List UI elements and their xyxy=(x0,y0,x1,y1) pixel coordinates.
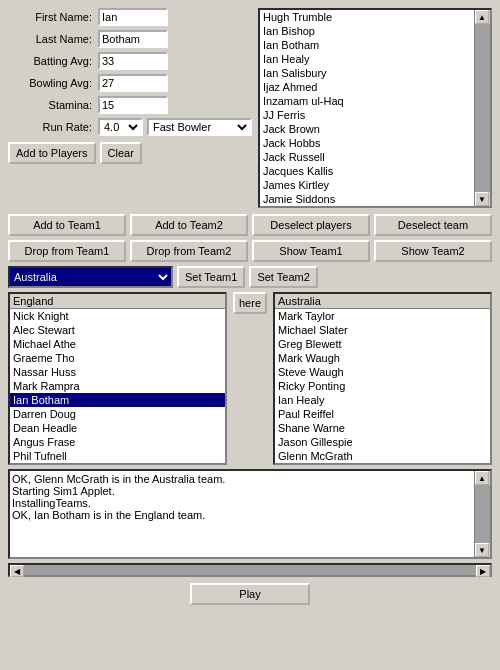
main-container: First Name: Last Name: Batting Avg: Bowl… xyxy=(0,0,500,613)
bowler-type-select[interactable]: Fast BowlerMedium BowlerSlow Bowler xyxy=(147,118,252,136)
team2-name: Australia xyxy=(278,295,321,307)
first-name-label: First Name: xyxy=(8,11,98,23)
team2-panel: Australia Mark TaylorMichael SlaterGreg … xyxy=(273,292,492,465)
add-to-team1-button[interactable]: Add to Team1 xyxy=(8,214,126,236)
player-item[interactable]: Hugh Trumble xyxy=(260,10,474,24)
team2-player-item[interactable]: Mark Taylor xyxy=(275,309,490,323)
log-scroll-down[interactable]: ▼ xyxy=(475,543,489,557)
first-name-input[interactable] xyxy=(98,8,168,26)
stamina-label: Stamina: xyxy=(8,99,98,111)
run-rate-row: Run Rate: 4.04.55.0 Fast BowlerMedium Bo… xyxy=(8,118,252,136)
player-item[interactable]: Ian Salisbury xyxy=(260,66,474,80)
team1-player-item[interactable]: Mark Rampra xyxy=(10,379,225,393)
last-name-input[interactable] xyxy=(98,30,168,48)
drop-from-team1-button[interactable]: Drop from Team1 xyxy=(8,240,126,262)
team1-list: Nick KnightAlec StewartMichael AtheGraem… xyxy=(10,309,225,463)
deselect-players-button[interactable]: Deselect players xyxy=(252,214,370,236)
stamina-row: Stamina: xyxy=(8,96,252,114)
team1-player-item[interactable]: Ian Botham xyxy=(10,393,225,407)
log-scrollbar[interactable]: ▲ ▼ xyxy=(474,471,490,557)
scroll-up-arrow[interactable]: ▲ xyxy=(475,10,489,24)
log-scroll-up[interactable]: ▲ xyxy=(475,471,489,485)
play-button[interactable]: Play xyxy=(190,583,310,605)
country-row: AustraliaIndiaZimbabweWest IndiesSouth A… xyxy=(8,266,492,288)
player-item[interactable]: Ian Bishop xyxy=(260,24,474,38)
add-to-players-button[interactable]: Add to Players xyxy=(8,142,96,164)
last-name-row: Last Name: xyxy=(8,30,252,48)
set-team2-button[interactable]: Set Team2 xyxy=(249,266,317,288)
team2-list: Mark TaylorMichael SlaterGreg BlewettMar… xyxy=(275,309,490,463)
team1-player-item[interactable]: Alec Stewart xyxy=(10,323,225,337)
batting-avg-row: Batting Avg: xyxy=(8,52,252,70)
scroll-track xyxy=(475,24,490,192)
players-list-panel: Hugh TrumbleIan BishopIan BothamIan Heal… xyxy=(258,8,492,208)
team2-player-item[interactable]: Greg Blewett xyxy=(275,337,490,351)
player-item[interactable]: Ijaz Ahmed xyxy=(260,80,474,94)
set-team1-button[interactable]: Set Team1 xyxy=(177,266,245,288)
scroll-down-arrow[interactable]: ▼ xyxy=(475,192,489,206)
player-item[interactable]: Jacques Kallis xyxy=(260,164,474,178)
team2-player-item[interactable]: Ian Healy xyxy=(275,393,490,407)
drop-from-team2-button[interactable]: Drop from Team2 xyxy=(130,240,248,262)
log-scroll-right[interactable]: ▶ xyxy=(476,565,490,577)
add-clear-buttons: Add to Players Clear xyxy=(8,142,252,164)
team2-player-item[interactable]: Mark Waugh xyxy=(275,351,490,365)
player-item[interactable]: Jack Hobbs xyxy=(260,136,474,150)
player-item[interactable]: Jamie Siddons xyxy=(260,192,474,206)
team1-header: England xyxy=(10,294,225,309)
here-button[interactable]: here xyxy=(233,292,267,314)
top-section: First Name: Last Name: Batting Avg: Bowl… xyxy=(8,8,492,208)
bowling-avg-row: Bowling Avg: xyxy=(8,74,252,92)
team2-player-item[interactable]: Shane Warne xyxy=(275,421,490,435)
team1-player-item[interactable]: Nassar Huss xyxy=(10,365,225,379)
log-wrapper: OK, Glenn McGrath is in the Australia te… xyxy=(8,469,492,559)
team2-player-item[interactable]: Paul Reiffel xyxy=(275,407,490,421)
team2-player-item[interactable]: Ricky Ponting xyxy=(275,379,490,393)
player-item[interactable]: Inzamam ul-Haq xyxy=(260,94,474,108)
team1-player-item[interactable]: Darren Doug xyxy=(10,407,225,421)
run-rate-select[interactable]: 4.04.55.0 xyxy=(98,118,143,136)
team1-player-item[interactable]: Nick Knight xyxy=(10,309,225,323)
team1-player-item[interactable]: Phil Tufnell xyxy=(10,449,225,463)
player-item[interactable]: James Kirtley xyxy=(260,178,474,192)
log-text: OK, Glenn McGrath is in the Australia te… xyxy=(10,471,474,557)
show-team2-button[interactable]: Show Team2 xyxy=(374,240,492,262)
player-item[interactable]: Jack Brown xyxy=(260,122,474,136)
bowling-avg-input[interactable] xyxy=(98,74,168,92)
log-scroll-left[interactable]: ◀ xyxy=(10,565,24,577)
team2-player-item[interactable]: Jason Gillespie xyxy=(275,435,490,449)
team1-panel: England Nick KnightAlec StewartMichael A… xyxy=(8,292,227,465)
team1-player-item[interactable]: Michael Athe xyxy=(10,337,225,351)
team1-player-item[interactable]: Dean Headle xyxy=(10,421,225,435)
team1-player-item[interactable]: Angus Frase xyxy=(10,435,225,449)
country-select[interactable]: AustraliaIndiaZimbabweWest IndiesSouth A… xyxy=(8,266,173,288)
team1-name: England xyxy=(13,295,53,307)
form-panel: First Name: Last Name: Batting Avg: Bowl… xyxy=(8,8,252,208)
player-item[interactable]: Ian Botham xyxy=(260,38,474,52)
player-item[interactable]: Ian Healy xyxy=(260,52,474,66)
player-item[interactable]: JJ Ferris xyxy=(260,108,474,122)
players-scrollbar[interactable]: ▲ ▼ xyxy=(474,10,490,206)
add-to-team2-button[interactable]: Add to Team2 xyxy=(130,214,248,236)
team2-header: Australia xyxy=(275,294,490,309)
last-name-label: Last Name: xyxy=(8,33,98,45)
team1-player-item[interactable]: Graeme Tho xyxy=(10,351,225,365)
team2-player-item[interactable]: Michael Slater xyxy=(275,323,490,337)
log-hscrollbar[interactable]: ◀ ▶ xyxy=(8,563,492,577)
team2-player-item[interactable]: Steve Waugh xyxy=(275,365,490,379)
clear-button[interactable]: Clear xyxy=(100,142,142,164)
action-buttons-row2: Drop from Team1 Drop from Team2 Show Tea… xyxy=(8,240,492,262)
stamina-input[interactable] xyxy=(98,96,168,114)
first-name-row: First Name: xyxy=(8,8,252,26)
show-team1-button[interactable]: Show Team1 xyxy=(252,240,370,262)
play-button-row: Play xyxy=(8,583,492,605)
batting-avg-input[interactable] xyxy=(98,52,168,70)
log-htrack xyxy=(24,565,476,575)
log-scroll-track xyxy=(475,485,490,543)
team2-player-item[interactable]: Glenn McGrath xyxy=(275,449,490,463)
country-dropdown-wrapper: AustraliaIndiaZimbabweWest IndiesSouth A… xyxy=(8,266,173,288)
players-list: Hugh TrumbleIan BishopIan BothamIan Heal… xyxy=(260,10,474,206)
player-item[interactable]: Jack Russell xyxy=(260,150,474,164)
deselect-team-button[interactable]: Deselect team xyxy=(374,214,492,236)
run-rate-label: Run Rate: xyxy=(8,121,98,133)
